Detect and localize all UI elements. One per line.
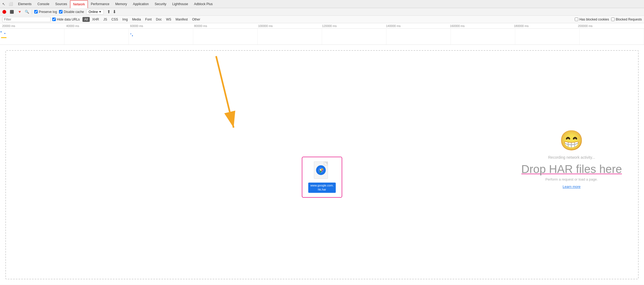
time-labels-row: 20000 ms 40000 ms 60000 ms 80000 ms 1000… [0, 23, 644, 29]
hide-data-urls-checkbox[interactable]: Hide data URLs [52, 18, 80, 21]
tab-memory[interactable]: Memory [112, 0, 130, 8]
main-content-area[interactable]: www.google.com. hk.har 😁 Recording netwo… [0, 45, 644, 285]
time-col-6 [386, 29, 451, 45]
preserve-log-checkbox[interactable]: Preserve log [34, 10, 57, 14]
throttle-dropdown[interactable]: Online ▼ [86, 9, 104, 15]
tab-adblock[interactable]: Adblock Plus [191, 0, 216, 8]
time-label-100000: 100000 ms [258, 24, 322, 28]
has-blocked-cookies-checkbox[interactable]: Has blocked cookies [575, 18, 609, 21]
smiley-icon: 😁 [559, 129, 584, 152]
har-file-page [314, 161, 328, 179]
filter-media[interactable]: Media [130, 17, 143, 22]
tab-elements[interactable]: Elements [15, 0, 34, 8]
filter-doc[interactable]: Doc [154, 17, 164, 22]
perform-text: Perform a request or load a page. [545, 177, 598, 181]
drop-har-text: Drop HAR files here [521, 163, 622, 176]
time-col-1 [64, 29, 129, 45]
filter-other[interactable]: Other [190, 17, 202, 22]
time-label-200000: 200000 ms [578, 24, 642, 28]
time-label-80000: 80000 ms [194, 24, 258, 28]
tab-application[interactable]: Application [130, 0, 152, 8]
stop-button[interactable] [9, 9, 15, 15]
time-label-180000: 180000 ms [514, 24, 578, 28]
blocked-requests-checkbox[interactable]: Blocked Requests [611, 18, 642, 21]
time-col-9 [580, 29, 644, 45]
chrome-icon [318, 167, 324, 173]
chevron-down-icon: ▼ [99, 10, 101, 13]
time-col-3 [193, 29, 258, 45]
time-label-60000: 60000 ms [130, 24, 194, 28]
time-markers [0, 29, 644, 45]
filter-css[interactable]: CSS [109, 17, 120, 22]
filter-xhr[interactable]: XHR [90, 17, 101, 22]
tab-network[interactable]: Network [70, 0, 88, 8]
network-toolbar: 🔻 🔍 Preserve log Disable cache Online ▼ … [0, 8, 644, 16]
har-file-box: www.google.com. hk.har [302, 157, 342, 198]
pointer-icon[interactable]: ↖ [1, 1, 6, 7]
time-label-140000: 140000 ms [386, 24, 450, 28]
tab-sources[interactable]: Sources [52, 0, 70, 8]
download-icon[interactable]: ⬇ [113, 9, 116, 14]
time-label-120000: 120000 ms [322, 24, 386, 28]
recording-text: Recording network activity... [548, 155, 595, 160]
search-button[interactable]: 🔍 [24, 9, 30, 15]
filter-bar: Hide data URLs All XHR JS CSS Img Media … [0, 16, 644, 23]
filter-all[interactable]: All [82, 17, 90, 22]
network-timeline[interactable]: 20000 ms 40000 ms 60000 ms 80000 ms 1000… [0, 23, 644, 45]
har-file-drop: www.google.com. hk.har [302, 157, 342, 198]
learn-more-link[interactable]: Learn more [563, 185, 580, 189]
time-col-7 [451, 29, 515, 45]
time-col-8 [515, 29, 580, 45]
time-label-40000: 40000 ms [66, 24, 130, 28]
tab-lighthouse[interactable]: Lighthouse [169, 0, 191, 8]
arrow-svg [170, 51, 262, 137]
filter-js[interactable]: JS [101, 17, 109, 22]
time-label-160000: 160000 ms [450, 24, 514, 28]
stop-icon [10, 10, 14, 14]
upload-icon[interactable]: ⬆ [107, 9, 110, 14]
clear-button[interactable]: 🔻 [17, 9, 22, 15]
filter-type-buttons: All XHR JS CSS Img Media Font Doc WS Man… [82, 17, 202, 22]
time-label-20000: 20000 ms [2, 24, 66, 28]
filter-ws[interactable]: WS [164, 17, 173, 22]
filter-manifest[interactable]: Manifest [174, 17, 190, 22]
record-button[interactable] [2, 9, 7, 15]
drop-zone[interactable]: www.google.com. hk.har 😁 Recording netwo… [5, 50, 639, 279]
arrow-annotation [170, 51, 262, 137]
filter-font[interactable]: Font [143, 17, 154, 22]
time-col-0 [0, 29, 64, 45]
tab-security[interactable]: Security [152, 0, 169, 8]
right-drop-content: 😁 Recording network activity... Drop HAR… [521, 129, 622, 189]
svg-line-1 [216, 56, 234, 128]
time-col-5 [322, 29, 386, 45]
blocked-options: Has blocked cookies Blocked Requests [575, 18, 642, 21]
import-export-icons: ⬆ ⬇ [107, 9, 116, 14]
filter-img[interactable]: Img [120, 17, 130, 22]
filter-input[interactable] [2, 17, 51, 22]
time-col-4 [258, 29, 322, 45]
har-filename: www.google.com. hk.har [308, 182, 336, 193]
har-file-icon [314, 161, 330, 180]
tab-console[interactable]: Console [34, 0, 52, 8]
record-dot-icon [2, 10, 6, 14]
devtools-tab-bar: ↖ ⬜ Elements Console Sources Network Per… [0, 0, 644, 8]
toolbar-separator-1 [32, 9, 32, 14]
har-file-circle [316, 165, 326, 175]
tab-performance[interactable]: Performance [88, 0, 112, 8]
device-icon[interactable]: ⬜ [8, 1, 13, 7]
time-col-2 [129, 29, 193, 45]
disable-cache-checkbox[interactable]: Disable cache [59, 10, 84, 14]
